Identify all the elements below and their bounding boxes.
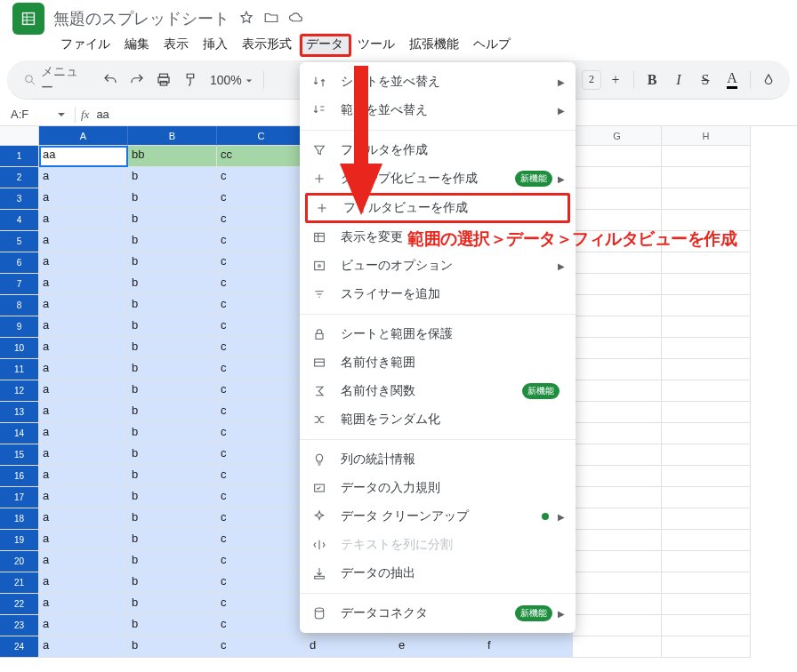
cell[interactable] [573, 530, 662, 551]
cell[interactable]: a [39, 402, 128, 423]
redo-button[interactable] [125, 68, 149, 92]
cell[interactable] [662, 444, 751, 466]
cell[interactable] [662, 508, 751, 530]
italic-button[interactable]: I [666, 68, 691, 92]
cell[interactable] [662, 188, 751, 210]
cell[interactable] [662, 167, 751, 188]
cell[interactable] [573, 359, 662, 380]
cell[interactable]: b [128, 274, 217, 295]
cell[interactable]: a [39, 359, 128, 380]
row-header[interactable]: 8 [0, 295, 39, 316]
col-header[interactable]: C [217, 126, 306, 146]
cell[interactable]: b [128, 636, 217, 658]
cell[interactable]: c [217, 572, 306, 594]
cell[interactable] [662, 551, 751, 572]
cell[interactable]: c [217, 380, 306, 402]
cell[interactable]: c [217, 252, 306, 274]
cell[interactable]: a [39, 338, 128, 359]
cell[interactable] [662, 636, 751, 658]
cell[interactable] [662, 466, 751, 487]
menu-sort-range[interactable]: 範囲を並べ替え ▶ [300, 96, 576, 124]
cell[interactable]: a [39, 423, 128, 444]
menu-data-validation[interactable]: データの入力規則 [300, 474, 576, 502]
menu-named-ranges[interactable]: 名前付き範囲 [300, 348, 576, 377]
cell[interactable] [662, 359, 751, 380]
insert-plus-button[interactable]: + [603, 68, 628, 92]
cell[interactable]: a [39, 466, 128, 487]
menu-search[interactable]: メニュー [16, 60, 96, 100]
cell[interactable] [662, 338, 751, 359]
cell[interactable] [662, 295, 751, 316]
select-all-corner[interactable] [0, 126, 39, 146]
cell[interactable] [573, 508, 662, 530]
row-header[interactable]: 14 [0, 423, 39, 444]
col-header[interactable]: B [128, 126, 217, 146]
cell[interactable] [573, 572, 662, 594]
cell[interactable]: a [39, 274, 128, 295]
menu-help[interactable]: ヘルプ [466, 33, 518, 56]
cell[interactable]: a [39, 508, 128, 530]
cell[interactable]: b [128, 338, 217, 359]
col-header[interactable]: H [662, 126, 751, 146]
cell[interactable] [573, 188, 662, 210]
cell[interactable]: c [217, 487, 306, 508]
row-header[interactable]: 17 [0, 487, 39, 508]
cell[interactable]: c [217, 444, 306, 466]
cell[interactable]: a [39, 530, 128, 551]
cell[interactable]: c [217, 508, 306, 530]
menu-data[interactable]: データ [299, 33, 350, 56]
row-header[interactable]: 9 [0, 316, 39, 338]
menu-data-cleanup[interactable]: データ クリーンアップ ▶ [300, 502, 576, 531]
menu-named-functions[interactable]: 名前付き関数 新機能 [300, 377, 576, 405]
cell[interactable] [573, 402, 662, 423]
cell[interactable] [573, 295, 662, 316]
decimal-placeholder[interactable]: 2 [582, 70, 601, 90]
menu-data-extraction[interactable]: データの抽出 [300, 559, 576, 588]
cell[interactable]: b [128, 210, 217, 231]
row-header[interactable]: 18 [0, 508, 39, 530]
cell[interactable]: b [128, 466, 217, 487]
menu-column-stats[interactable]: 列の統計情報 [300, 445, 576, 474]
cell[interactable] [662, 572, 751, 594]
menu-sort-sheet[interactable]: シートを並べ替え ▶ [300, 68, 576, 96]
cell[interactable] [662, 423, 751, 444]
paint-format-button[interactable] [178, 68, 203, 92]
sheets-logo[interactable] [12, 3, 44, 35]
row-header[interactable]: 6 [0, 252, 39, 274]
cell[interactable]: a [39, 444, 128, 466]
name-box[interactable]: A:F [7, 106, 69, 123]
cell[interactable]: c [217, 423, 306, 444]
cell[interactable]: a [39, 231, 128, 252]
menu-view-options[interactable]: ビューのオプション ▶ [300, 252, 576, 280]
cell[interactable]: a [39, 188, 128, 210]
strikethrough-button[interactable]: S [693, 68, 718, 92]
cell[interactable] [573, 338, 662, 359]
cell[interactable]: a [39, 572, 128, 594]
cell[interactable]: b [128, 487, 217, 508]
row-header[interactable]: 15 [0, 444, 39, 466]
row-header[interactable]: 20 [0, 551, 39, 572]
cell[interactable] [662, 274, 751, 295]
undo-button[interactable] [98, 68, 123, 92]
cell[interactable] [573, 423, 662, 444]
cell[interactable]: a [39, 316, 128, 338]
row-header[interactable]: 11 [0, 359, 39, 380]
zoom-dropdown[interactable]: 100% [205, 73, 258, 87]
move-folder-icon[interactable] [263, 10, 279, 28]
cell[interactable]: c [217, 274, 306, 295]
cell[interactable]: b [128, 380, 217, 402]
cell[interactable]: aa [39, 146, 128, 167]
doc-title[interactable]: 無題のスプレッドシート [53, 8, 229, 29]
cell[interactable]: b [128, 615, 217, 636]
menu-data-connectors[interactable]: データコネクタ 新機能 ▶ [300, 599, 576, 628]
cell[interactable] [662, 530, 751, 551]
bold-button[interactable]: B [640, 68, 664, 92]
cell[interactable]: b [128, 423, 217, 444]
row-header[interactable]: 12 [0, 380, 39, 402]
cell[interactable]: b [128, 295, 217, 316]
cell[interactable]: b [128, 167, 217, 188]
cell[interactable] [573, 274, 662, 295]
menu-edit[interactable]: 編集 [117, 33, 157, 56]
cell[interactable]: c [217, 167, 306, 188]
menu-tools[interactable]: ツール [350, 33, 402, 56]
